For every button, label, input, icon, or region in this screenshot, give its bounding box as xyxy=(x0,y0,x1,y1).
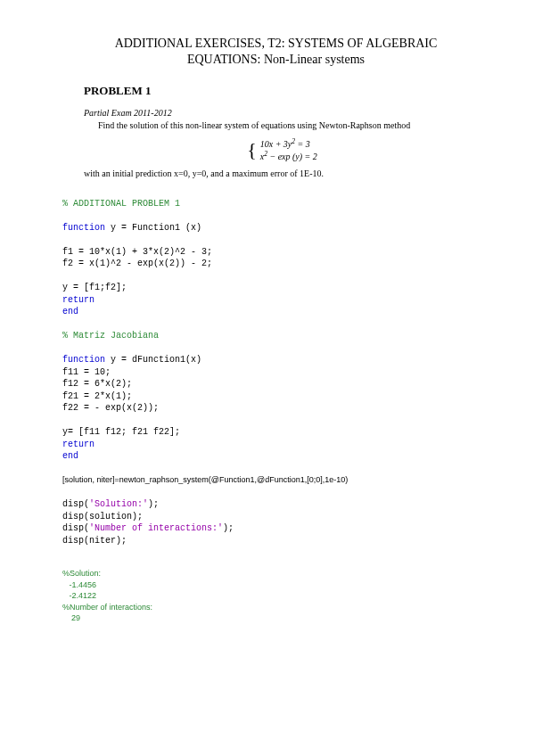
code-line: f2 = x(1)^2 - exp(x(2)) - 2; xyxy=(62,259,212,268)
code-line: disp('Number of interactions:'); xyxy=(62,523,234,533)
code-line: f21 = 2*x(1); xyxy=(62,391,132,401)
output-line: 29 xyxy=(71,613,80,622)
keyword-return: return xyxy=(62,295,94,305)
keyword-end: end xyxy=(62,307,78,316)
output-block: %Solution: -1.4456 -2.4122 %Number of in… xyxy=(62,568,489,624)
keyword-end: end xyxy=(62,451,78,461)
initial-conditions: with an initial prediction x=0, y=0, and… xyxy=(84,168,481,180)
title-line-1: ADDITIONAL EXERCISES, T2: SYSTEMS OF ALG… xyxy=(115,37,438,50)
document-page: ADDITIONAL EXERCISES, T2: SYSTEMS OF ALG… xyxy=(0,0,534,660)
code-call: [solution, niter]=newton_raphson_system(… xyxy=(62,475,348,484)
output-line: -2.4122 xyxy=(70,591,97,600)
fn1-signature: y = Function1 (x) xyxy=(105,223,201,233)
code-line: f11 = 10; xyxy=(62,367,111,377)
code-line: disp(niter); xyxy=(62,536,127,546)
code-block: % ADDITIONAL PROBLEM 1 function y = Func… xyxy=(62,198,489,547)
output-line: %Number of interactions: xyxy=(62,603,152,612)
problem-description: Find the solution of this non-linear sys… xyxy=(84,119,481,132)
title-line-2: EQUATIONS: Non-Linear systems xyxy=(187,53,365,66)
output-line: -1.4456 xyxy=(70,580,97,589)
document-title: ADDITIONAL EXERCISES, T2: SYSTEMS OF ALG… xyxy=(62,36,489,68)
code-comment: % ADDITIONAL PROBLEM 1 xyxy=(62,199,180,209)
code-line: y = [f1;f2]; xyxy=(62,283,127,292)
code-line: y= [f11 f12; f21 f22]; xyxy=(62,427,180,437)
keyword-function: function xyxy=(62,223,105,233)
output-line: %Solution: xyxy=(62,569,101,578)
code-line: f1 = 10*x(1) + 3*x(2)^2 - 3; xyxy=(62,247,212,257)
equation-block: { 10x + 3y2 = 3 x2 − exp (y) = 2 xyxy=(84,136,481,162)
problem-body: Partial Exam 2011-2012 Find the solution… xyxy=(84,107,481,179)
code-comment: % Matriz Jacobiana xyxy=(62,331,159,341)
keyword-function: function xyxy=(62,355,105,365)
code-line: disp('Solution:'); xyxy=(62,499,159,509)
fn2-signature: y = dFunction1(x) xyxy=(105,355,201,365)
exam-line: Partial Exam 2011-2012 xyxy=(84,107,481,119)
code-line: f12 = 6*x(2); xyxy=(62,379,132,389)
keyword-return: return xyxy=(62,440,94,449)
code-line: f22 = - exp(x(2)); xyxy=(62,403,159,413)
code-line: disp(solution); xyxy=(62,512,143,522)
equation-2: x2 − exp (y) = 2 xyxy=(260,152,317,161)
problem-heading: PROBLEM 1 xyxy=(84,84,489,98)
equation-1: 10x + 3y2 = 3 xyxy=(260,139,310,149)
left-brace-icon: { xyxy=(247,142,257,158)
